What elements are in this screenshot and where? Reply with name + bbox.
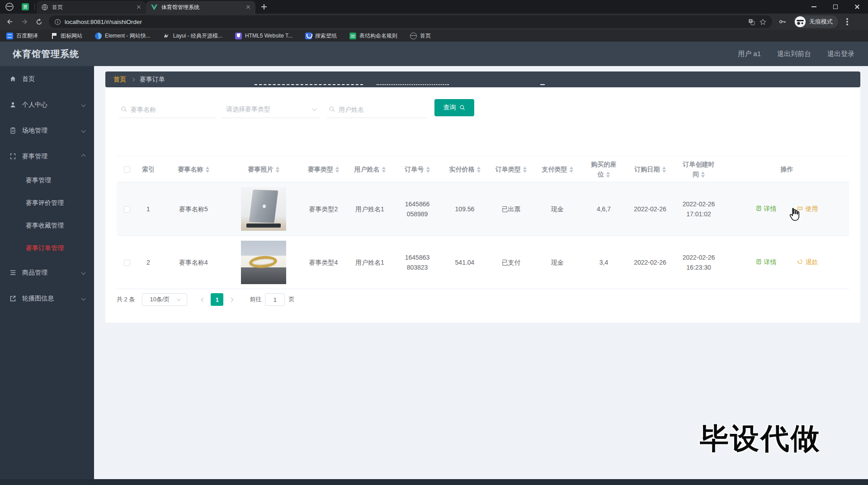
row-checkbox[interactable] [124,260,130,266]
back-button[interactable] [4,15,16,28]
current-user-label: 用户 a1 [738,50,761,58]
chevron-down-icon [81,271,86,275]
sort-icon[interactable] [662,166,666,173]
total-count: 共 2 条 [117,295,135,304]
bookmark-table-naming[interactable]: 表结构命名规则 [349,32,397,40]
sort-icon[interactable] [426,166,430,173]
sidebar-item-goods[interactable]: 商品管理 [0,260,94,285]
sidebar-item-event[interactable]: 赛事管理 [0,143,94,169]
sort-icon[interactable] [382,166,386,173]
col-user-name: 用户姓名 [347,157,392,182]
col-order-type: 订单类型 [487,157,535,182]
bookmark-element-ui[interactable]: Element - 网站快... [95,32,151,40]
col-event-name: 赛事名称 [160,157,227,182]
goto-page-input[interactable] [265,293,285,306]
ticket-icon [797,205,803,211]
page-size-select[interactable]: 10条/页 [142,293,187,306]
watermark-dash-artifact [255,84,363,85]
image-icon [9,295,17,302]
col-order-no: 订单号 [392,157,442,182]
browser-menu-icon[interactable] [846,21,848,23]
sort-icon[interactable] [477,166,481,173]
browser-tab-strip: 首页 体育馆管理系统 [0,0,868,14]
detail-button[interactable]: 详情 [756,204,777,214]
password-key-icon[interactable] [778,18,787,26]
document-icon [756,259,762,265]
current-page-button[interactable]: 1 [211,293,223,306]
bookmark-wallpaper-search[interactable]: 搜索壁纸 [305,32,337,40]
select-all-checkbox[interactable] [124,166,130,173]
refund-icon [797,259,803,265]
sort-icon[interactable] [701,171,705,178]
incognito-spy-icon [795,16,806,27]
sort-icon[interactable] [523,166,527,173]
event-type-select[interactable]: 请选择赛事类型 [222,101,320,118]
window-close-button[interactable] [846,0,868,14]
translate-icon[interactable] [748,18,755,26]
new-tab-button[interactable] [258,1,270,13]
tab-close-icon[interactable] [135,4,142,11]
laptop-back-photo[interactable] [241,187,286,231]
sidebar-subitem-event-favorite[interactable]: 赛事收藏管理 [0,214,94,237]
table-row: 1 赛事名称5 赛事类型2 用户姓名1 1645866058989 109.56… [117,182,849,236]
sidebar-item-venue[interactable]: 场地管理 [0,118,94,143]
table-header-row: 索引 赛事名称 赛事照片 赛事类型 用户姓名 订单号 实付价格 订单类型 支付类… [117,157,849,182]
detail-button[interactable]: 详情 [756,257,777,267]
sidebar-item-carousel[interactable]: 轮播图信息 [0,285,94,311]
window-maximize-button[interactable] [825,0,846,14]
user-name-input[interactable] [327,101,426,118]
tab-title: 首页 [52,4,132,11]
url-text[interactable]: localhost:8081/#/saishiOrder [65,19,744,25]
chevron-down-icon [81,296,86,301]
sort-icon[interactable] [606,171,610,178]
chevron-down-icon [176,297,180,301]
site-info-icon[interactable] [54,19,61,25]
sidebar-subitem-event-order[interactable]: 赛事订单管理 [0,237,94,260]
sort-icon[interactable] [570,166,573,173]
reload-button[interactable] [33,15,45,28]
event-name-input[interactable] [119,101,216,118]
sidebar-subitem-event-review[interactable]: 赛事评价管理 [0,192,94,214]
wallpaper-icon [305,33,312,39]
use-ticket-button[interactable]: 使用 [797,204,818,214]
col-event-type: 赛事类型 [300,157,347,182]
address-bar[interactable]: localhost:8081/#/saishiOrder [49,15,772,28]
row-checkbox[interactable] [124,206,130,213]
gold-bracelet-photo[interactable] [241,241,286,284]
app-header: 体育馆管理系统 用户 a1 退出到前台 退出登录 [0,42,868,66]
bookmarks-bar: 百度翻译 图标网站 Element - 网站快... Layui - 经典开源模… [0,30,868,42]
logout-link[interactable]: 退出登录 [827,50,854,58]
window-minimize-button[interactable] [803,0,825,14]
breadcrumb-current: 赛事订单 [140,76,165,84]
next-page-button[interactable] [225,294,237,305]
bookmark-star-icon[interactable] [759,18,767,26]
forward-button[interactable] [18,15,31,28]
pinned-tab-icon[interactable] [22,3,29,10]
sidebar-subitem-event-manage[interactable]: 赛事管理 [0,169,94,192]
sidebar-item-profile[interactable]: 个人中心 [0,92,94,118]
exit-to-front-link[interactable]: 退出到前台 [777,50,811,58]
bookmark-html5-template[interactable]: HTML5 Website T... [235,33,292,39]
tab-home[interactable]: 首页 [37,1,146,14]
tab-gym-system[interactable]: 体育馆管理系统 [146,1,255,14]
sort-icon[interactable] [335,166,339,173]
bookmark-baidu-translate[interactable]: 百度翻译 [6,32,38,40]
goto-label: 前往 [250,295,261,304]
sort-icon[interactable] [276,166,279,173]
sidebar-item-home[interactable]: 首页 [0,66,94,92]
chevron-down-icon [81,128,86,133]
layui-logo-icon [163,33,170,39]
search-button[interactable]: 查询 [434,99,474,116]
sort-icon[interactable] [206,166,209,173]
breadcrumb-home-link[interactable]: 首页 [113,76,126,84]
tab-close-icon[interactable] [245,4,252,11]
col-event-photo: 赛事照片 [227,157,300,182]
incognito-badge: 无痕模式 [794,15,838,28]
bookmark-layui[interactable]: Layui - 经典开源模... [163,32,222,40]
bookmark-icon-site[interactable]: 图标网站 [51,32,82,40]
refund-button[interactable]: 退款 [797,257,818,267]
prev-page-button[interactable] [197,294,209,305]
bookmark-home[interactable]: 首页 [410,32,431,40]
app-title: 体育馆管理系统 [13,48,79,60]
sheet-icon [349,33,356,39]
